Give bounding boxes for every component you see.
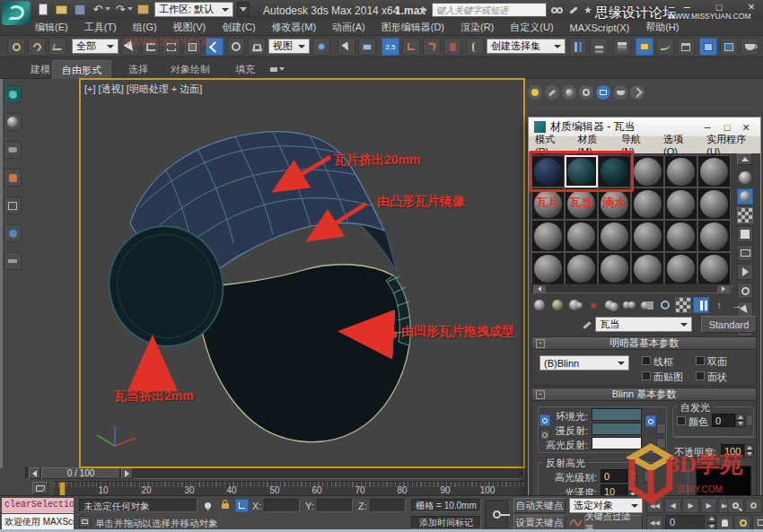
- ribbon-tab-populate[interactable]: 填充: [226, 60, 264, 79]
- assign-material-to-selection-icon[interactable]: [567, 297, 583, 313]
- material-slot[interactable]: [598, 220, 631, 252]
- diffuse-color-swatch[interactable]: [592, 423, 642, 435]
- window-minimize-button[interactable]: –: [675, 0, 698, 13]
- me-menu-navigation[interactable]: 导航(N): [615, 133, 657, 157]
- time-slider-next-icon[interactable]: [121, 467, 133, 479]
- previous-frame-icon[interactable]: ◀: [664, 498, 681, 513]
- material-slot[interactable]: [697, 252, 731, 284]
- menu-views[interactable]: 视图(V): [165, 21, 215, 34]
- specular-level-field[interactable]: 0: [601, 469, 627, 483]
- material-slot[interactable]: [565, 220, 598, 252]
- menu-tools[interactable]: 工具(T): [76, 21, 125, 34]
- arrows-tool-icon[interactable]: [630, 85, 645, 100]
- slot-scroll-right-icon[interactable]: [717, 285, 730, 292]
- maxscript-listener-line2[interactable]: 欢迎使用 MAXScr: [2, 514, 74, 529]
- pan-hand-icon[interactable]: [716, 515, 733, 530]
- keyboard-override-brace-icon[interactable]: [466, 38, 484, 56]
- track-bar-frame-marker[interactable]: [59, 482, 66, 496]
- material-editor-minimize-button[interactable]: –: [697, 120, 717, 134]
- undo-icon[interactable]: ↶: [91, 2, 105, 16]
- material-slot[interactable]: [631, 220, 664, 252]
- self-illum-color-checkbox[interactable]: 颜色: [677, 415, 708, 429]
- slot-scroll-left-icon[interactable]: [533, 285, 546, 292]
- select-and-rotate-icon[interactable]: [227, 38, 245, 56]
- search-input[interactable]: 键入关键字或短语: [432, 3, 547, 17]
- freeform-tool-icon-4[interactable]: [4, 169, 22, 187]
- self-illum-map-button[interactable]: [746, 414, 753, 426]
- monitor-tool-icon[interactable]: [596, 85, 610, 100]
- key-mode-curve-icon[interactable]: [569, 515, 583, 530]
- pick-material-eyedropper-icon[interactable]: [581, 318, 593, 331]
- render-production-icon[interactable]: [741, 38, 759, 56]
- material-slot[interactable]: [598, 252, 631, 284]
- ambient-diffuse-map-lock-icon[interactable]: [645, 415, 656, 427]
- material-slot[interactable]: [631, 188, 664, 220]
- me-menu-modes[interactable]: 模式(D): [529, 133, 571, 157]
- go-forward-to-sibling-icon[interactable]: →: [729, 297, 745, 313]
- open-mini-curve-editor-icon[interactable]: [32, 482, 48, 494]
- x-coord-field[interactable]: [264, 499, 300, 512]
- self-illum-spinner[interactable]: [735, 414, 745, 427]
- orbit-icon[interactable]: [734, 515, 751, 530]
- material-editor-window[interactable]: 材质编辑器 - 瓦当 – □ × 模式(D) 材质(M) 导航(N) 选项(O)…: [528, 117, 761, 502]
- video-color-check-icon[interactable]: [737, 245, 753, 261]
- sphere-tool-icon[interactable]: [562, 85, 576, 100]
- select-and-link-icon[interactable]: [7, 38, 25, 56]
- slot-scrollbar[interactable]: [531, 283, 732, 293]
- freeform-tool-icon-5[interactable]: [4, 196, 22, 214]
- set-key-button[interactable]: 设置关键点: [513, 515, 566, 530]
- blinn-rollout-header[interactable]: - Blinn 基本参数: [531, 388, 757, 401]
- isolate-selection-icon[interactable]: [201, 499, 215, 512]
- material-id-channel-icon[interactable]: [657, 297, 673, 313]
- menu-create[interactable]: 创建(C): [214, 21, 263, 34]
- add-time-tag[interactable]: 添加时间标记: [411, 516, 481, 529]
- freeform-tool-icon-7[interactable]: [4, 252, 22, 270]
- material-slot-wadang-selected[interactable]: [565, 155, 598, 188]
- freeform-tool-icon-1[interactable]: [4, 85, 22, 103]
- selection-filter-dropdown[interactable]: 全部: [72, 39, 118, 54]
- save-icon[interactable]: [73, 3, 86, 16]
- put-material-to-scene-icon[interactable]: [549, 297, 566, 313]
- sample-type-sphere-icon[interactable]: [737, 170, 753, 186]
- menu-rendering[interactable]: 渲染(R): [452, 21, 502, 34]
- shader-rollout-header[interactable]: - 明暗器基本参数: [531, 336, 757, 350]
- search-binoculars-icon[interactable]: [549, 4, 564, 16]
- angle-snap-icon[interactable]: [402, 38, 420, 56]
- make-unique-icon[interactable]: [621, 297, 637, 313]
- mirror-icon[interactable]: [569, 38, 587, 56]
- go-to-start-icon[interactable]: ◀◀: [646, 498, 663, 513]
- track-bar[interactable]: 10 20 30 40 50 60 70 80 90 100: [54, 481, 525, 495]
- get-material-icon[interactable]: [531, 297, 548, 313]
- select-and-manipulate-icon[interactable]: [338, 38, 355, 56]
- faceted-checkbox[interactable]: 面状: [696, 371, 727, 384]
- freeform-tool-icon-6[interactable]: [4, 224, 22, 242]
- zoom-all-icon[interactable]: [745, 498, 762, 513]
- menu-customize[interactable]: 自定义(U): [502, 21, 561, 34]
- layer-manager-icon[interactable]: [613, 38, 631, 56]
- set-keys-key-icon[interactable]: [485, 500, 508, 528]
- material-slot[interactable]: [664, 220, 697, 252]
- window-maximize-button[interactable]: □: [707, 0, 731, 13]
- menu-modifiers[interactable]: 修改器(M): [264, 21, 325, 34]
- menu-help[interactable]: 帮助(H): [637, 21, 687, 34]
- infocenter-wrench-icon[interactable]: [567, 4, 580, 16]
- favorites-star-icon[interactable]: [582, 4, 594, 16]
- ribbon-tab-selection[interactable]: 选择: [119, 60, 157, 79]
- two-sided-checkbox[interactable]: 双面: [696, 355, 727, 369]
- material-slot[interactable]: [664, 252, 697, 284]
- align-icon[interactable]: [590, 38, 608, 56]
- menu-maxscript[interactable]: MAXScript(X): [562, 22, 638, 33]
- open-file-icon[interactable]: [54, 3, 68, 16]
- listener-window-icon[interactable]: [79, 516, 91, 528]
- auto-key-button[interactable]: 自动关键点: [513, 498, 566, 513]
- reference-coordsys-dropdown[interactable]: 视图: [268, 39, 310, 54]
- menu-group[interactable]: 组(G): [125, 21, 165, 34]
- specular-color-swatch[interactable]: [592, 437, 642, 449]
- opacity-value-field[interactable]: 100: [721, 444, 744, 458]
- make-material-copy-icon[interactable]: [603, 297, 619, 313]
- slot-scroll-up-icon[interactable]: [737, 153, 752, 165]
- material-slot[interactable]: [664, 155, 697, 188]
- selection-lock-icon[interactable]: [218, 499, 232, 512]
- material-slot[interactable]: [631, 155, 664, 188]
- percent-snap-icon[interactable]: [423, 38, 441, 56]
